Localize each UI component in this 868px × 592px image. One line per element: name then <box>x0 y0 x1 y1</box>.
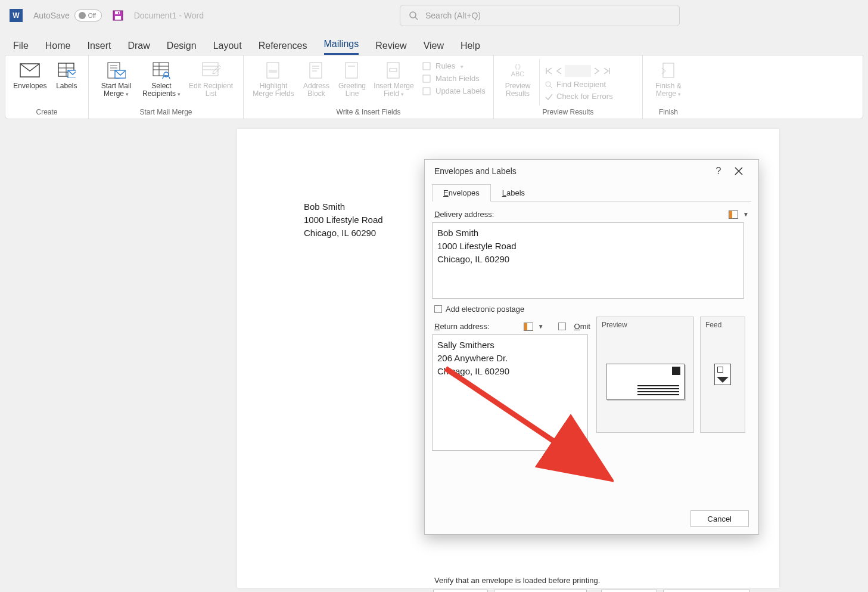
svg-rect-27 <box>310 63 322 78</box>
check-icon <box>545 92 553 101</box>
options-button[interactable]: Options... <box>601 590 657 592</box>
update-labels-button: Update Labels <box>422 86 486 95</box>
autosave-state: Off <box>88 13 96 19</box>
dialog-titlebar[interactable]: Envelopes and Labels ? <box>425 160 758 182</box>
first-record-icon <box>545 67 553 75</box>
finish-merge-button: Finish &Merge <box>649 58 688 98</box>
add-to-document-button[interactable]: Add to Document <box>494 590 587 592</box>
dialog-action-buttons: Print Add to Document Options... E-posta… <box>433 590 750 592</box>
address-book-dropdown[interactable]: ▼ <box>538 323 544 330</box>
edit-list-icon <box>185 60 237 80</box>
feed-preview-icon <box>714 364 731 385</box>
toggle-knob <box>79 12 86 19</box>
select-recipients-button[interactable]: SelectRecipients <box>140 58 183 98</box>
find-icon <box>545 80 553 89</box>
highlight-icon <box>250 60 297 80</box>
add-epostage-label: Add electronic postage <box>446 305 524 314</box>
checkbox-icon <box>434 305 442 313</box>
labels-button[interactable]: Labels <box>51 58 82 90</box>
envelope-icon <box>11 60 49 80</box>
record-navigator <box>545 60 613 77</box>
mail-merge-icon <box>95 60 138 80</box>
ribbon-group-write-insert: Highlight Merge Fields Address Block Gre… <box>244 55 494 119</box>
group-label-finish: Finish <box>643 108 694 116</box>
return-address-label: Return address: ▼ Omit <box>434 322 590 331</box>
tab-insert[interactable]: Insert <box>87 41 111 55</box>
tab-file[interactable]: File <box>13 41 29 55</box>
group-label-preview: Preview Results <box>494 108 642 116</box>
svg-rect-34 <box>390 69 397 72</box>
address-block-button: Address Block <box>300 58 333 98</box>
insert-merge-field-label: Insert MergeField <box>374 82 413 98</box>
labels-label: Labels <box>56 82 77 90</box>
word-app-icon: W <box>10 9 23 22</box>
edit-recipient-list-button: Edit Recipient List <box>185 58 237 98</box>
start-mail-merge-label: Start MailMerge <box>101 82 132 98</box>
update-labels-label: Update Labels <box>435 86 486 95</box>
address-book-icon[interactable] <box>524 323 533 331</box>
address-book-icon[interactable] <box>729 210 738 219</box>
feed-panel[interactable]: Feed <box>700 317 745 433</box>
greeting-line-label: Greeting Line <box>338 82 366 98</box>
svg-rect-31 <box>346 63 357 78</box>
envelopes-button[interactable]: Envelopes <box>11 58 49 90</box>
tab-mailings[interactable]: Mailings <box>324 39 359 55</box>
group-label-create: Create <box>5 108 88 116</box>
tab-design[interactable]: Design <box>167 41 197 55</box>
save-icon[interactable] <box>113 10 123 21</box>
print-button[interactable]: Print <box>433 590 488 592</box>
doc-line: 1000 Lifestyle Road <box>304 213 383 227</box>
svg-rect-3 <box>118 12 119 14</box>
document-body-text[interactable]: Bob Smith 1000 Lifestyle Road Chicago, I… <box>304 200 383 239</box>
svg-rect-17 <box>153 63 169 76</box>
insert-merge-field-button: Insert MergeField <box>371 58 416 98</box>
envelopes-label: Envelopes <box>13 82 46 90</box>
add-epostage-checkbox[interactable]: Add electronic postage <box>434 305 749 314</box>
preview-results-label: Preview Results <box>505 82 531 98</box>
greeting-line-button: Greeting Line <box>335 58 369 98</box>
epostage-properties-button[interactable]: E-postage Properties... <box>663 590 750 592</box>
preview-label: Preview <box>602 321 689 329</box>
envelope-preview-icon <box>606 364 685 399</box>
address-book-dropdown[interactable]: ▼ <box>743 211 749 218</box>
labels-icon <box>51 60 82 80</box>
ribbon-group-preview: 《》ABC Preview Results Find Recipient Che… <box>494 55 643 119</box>
tab-view[interactable]: View <box>424 41 444 55</box>
close-icon <box>735 167 743 175</box>
dialog-tabs: Envelopes Labels <box>432 184 751 202</box>
dialog-tab-envelopes[interactable]: Envelopes <box>432 184 491 202</box>
svg-rect-35 <box>423 63 430 70</box>
highlight-merge-fields-button: Highlight Merge Fields <box>250 58 297 98</box>
next-record-icon <box>593 67 601 75</box>
tab-home[interactable]: Home <box>45 41 71 55</box>
svg-rect-2 <box>115 16 121 20</box>
check-errors-button: Check for Errors <box>545 92 613 101</box>
doc-line: Chicago, IL 60290 <box>304 227 383 240</box>
group-label-write: Write & Insert Fields <box>244 108 493 116</box>
search-box[interactable]: Search (Alt+Q) <box>400 5 680 26</box>
dialog-help-button[interactable]: ? <box>708 166 729 176</box>
tab-review[interactable]: Review <box>375 41 406 55</box>
svg-rect-33 <box>387 63 399 78</box>
start-mail-merge-button[interactable]: Start MailMerge <box>95 58 138 98</box>
dialog-close-button[interactable] <box>729 167 749 175</box>
omit-checkbox[interactable] <box>558 323 566 330</box>
return-address-input[interactable] <box>432 334 588 451</box>
dialog-tab-labels[interactable]: Labels <box>491 184 536 202</box>
tab-draw[interactable]: Draw <box>127 41 150 55</box>
delivery-address-label: Delivery address: ▼ <box>434 210 749 219</box>
recipients-icon <box>140 60 183 80</box>
tab-references[interactable]: References <box>259 41 307 55</box>
tab-layout[interactable]: Layout <box>213 41 242 55</box>
autosave-control[interactable]: AutoSave Off <box>33 10 102 21</box>
dialog-title: Envelopes and Labels <box>434 166 517 176</box>
cancel-button[interactable]: Cancel <box>690 510 749 527</box>
address-block-label: Address Block <box>303 82 329 98</box>
match-icon <box>422 75 432 83</box>
autosave-toggle[interactable]: Off <box>74 10 102 21</box>
preview-results-button: 《》ABC Preview Results <box>500 58 536 98</box>
tab-help[interactable]: Help <box>461 41 480 55</box>
finish-merge-label: Finish &Merge <box>655 82 681 98</box>
delivery-address-input[interactable] <box>432 222 744 299</box>
preview-panel[interactable]: Preview <box>596 317 694 433</box>
